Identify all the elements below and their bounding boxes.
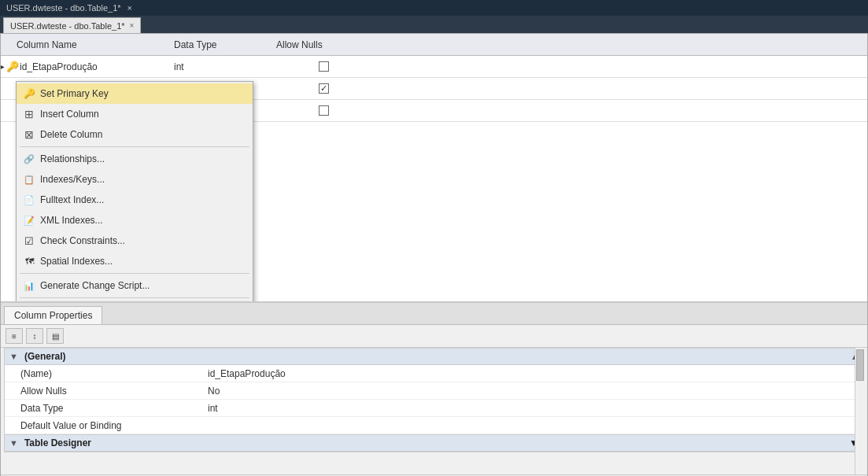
toolbar-btn-2[interactable]: ↕ [26,328,43,344]
scrollbar-thumb[interactable] [856,349,864,381]
menu-separator-3 [20,297,249,298]
cell-data-type[interactable]: int [174,61,276,72]
row-indicator: ▶ 🔑 [1,61,17,72]
toolbar-btn-3[interactable]: ▤ [46,328,64,344]
menu-item-delete-column[interactable]: ⊠ Delete Column [17,124,253,145]
prop-value-allow-nulls: No [201,386,863,397]
menu-separator-2 [20,273,249,274]
col-header-name: Column Name [17,39,174,50]
cell-column-name[interactable]: id_EtapaProduç​ão [17,61,174,72]
insert-col-icon: ⊞ [23,108,35,120]
prop-row-data-type: Data Type int [5,400,863,417]
column-headers: Column Name Data Type Allow Nulls [1,34,867,56]
prop-row-allow-nulls: Allow Nulls No [5,382,863,400]
menu-label-relationships: Relationships... [40,153,105,164]
menu-item-set-primary-key[interactable]: 🔑 Set Primary Key [17,83,253,104]
cell-allow-null[interactable] [276,61,371,72]
menu-label-check: Check Constraints... [40,235,125,246]
prop-label-name: (Name) [5,368,201,379]
menu-item-generate-change[interactable]: 📊 Generate Change Script... [17,275,253,296]
menu-label-xml: XML Indexes... [40,215,103,226]
prop-label-default-value: Default Value or Binding [5,420,201,431]
title-text: USER.dwteste - dbo.Table_1* [6,3,121,13]
spatial-icon: 🗺 [23,255,35,268]
menu-label-delete-column: Delete Column [40,129,102,140]
xml-icon: 📝 [23,214,35,227]
main-area: Column Name Data Type Allow Nulls ▶ 🔑 id… [0,33,868,476]
menu-item-indexes-keys[interactable]: 📋 Indexes/Keys... [17,169,253,190]
menu-item-xml-indexes[interactable]: 📝 XML Indexes... [17,210,253,231]
prop-label-data-type: Data Type [5,403,201,414]
indexes-icon: 📋 [23,173,35,186]
menu-label-fulltext: Fulltext Index... [40,194,104,205]
prop-row-name: (Name) id_EtapaProduç​ão [5,365,863,382]
general-collapse-icon[interactable]: ▼ [9,352,18,361]
tab-bar: USER.dwteste - dbo.Table_1* × [0,16,868,33]
prop-value-data-type: int [201,403,863,414]
arrow-icon: ▶ [1,62,5,71]
props-toolbar: ≡ ↕ ▤ [1,325,867,348]
designer-tab[interactable]: USER.dwteste - dbo.Table_1* × [3,17,141,33]
menu-item-spatial-indexes[interactable]: 🗺 Spatial Indexes... [17,251,253,271]
menu-item-check-constraints[interactable]: ☑ Check Constraints... [17,231,253,251]
prop-label-allow-nulls: Allow Nulls [5,386,201,397]
general-section-label: (General) [24,351,66,362]
menu-label-insert-column: Insert Column [40,109,99,120]
menu-label-generate: Generate Change Script... [40,280,150,291]
prop-value-name: id_EtapaProduç​ão [201,368,863,379]
col-header-null: Allow Nulls [276,39,371,50]
props-tab-bar: Column Properties [1,303,867,325]
key-menu-icon: 🔑 [23,87,35,100]
menu-separator-1 [20,146,249,147]
null-checkbox-3[interactable] [319,105,329,116]
check-icon: ☑ [23,234,35,247]
context-menu: 🔑 Set Primary Key ⊞ Insert Column ⊠ Dele… [16,81,253,301]
null-checkbox[interactable] [319,61,329,72]
null-checkbox-2[interactable] [319,83,329,94]
general-section-header: ▼ (General) ▲ [5,349,863,365]
prop-row-default-value: Default Value or Binding [5,417,863,434]
table-designer-collapse-icon[interactable]: ▼ [9,438,18,448]
bottom-panel: Column Properties ≡ ↕ ▤ ▼ (General) ▲ [1,301,867,476]
scrollbar-track[interactable] [855,348,864,474]
table-designer-section-label: Table Designer [24,437,91,448]
menu-label-indexes: Indexes/Keys... [40,174,105,185]
cell-allow-null-2[interactable] [276,83,371,94]
menu-label-set-primary-key: Set Primary Key [40,88,109,99]
table-designer: Column Name Data Type Allow Nulls ▶ 🔑 id… [1,34,867,301]
delete-col-icon: ⊠ [23,128,35,141]
props-outer: ▼ (General) ▲ (Name) id_EtapaProduç​ão A… [1,348,867,474]
menu-item-relationships[interactable]: 🔗 Relationships... [17,149,253,169]
cell-allow-null-3[interactable] [276,105,371,116]
fulltext-icon: 📄 [23,194,35,206]
col-header-type: Data Type [174,39,276,50]
menu-item-insert-column[interactable]: ⊞ Insert Column [17,104,253,124]
toolbar-btn-1[interactable]: ≡ [6,328,23,344]
tab-label: USER.dwteste - dbo.Table_1* [10,21,125,31]
menu-label-spatial: Spatial Indexes... [40,256,113,267]
menu-item-fulltext-index[interactable]: 📄 Fulltext Index... [17,190,253,210]
table-row[interactable]: ▶ 🔑 id_EtapaProduç​ão int [1,56,867,78]
title-close[interactable]: × [127,3,132,13]
column-properties-tab[interactable]: Column Properties [4,306,102,324]
title-bar: USER.dwteste - dbo.Table_1* × [0,0,868,16]
tab-close-icon[interactable]: × [130,21,135,30]
table-designer-section-header: ▼ Table Designer ▼ [5,434,863,452]
props-content: ▼ (General) ▲ (Name) id_EtapaProduç​ão A… [4,348,864,452]
generate-icon: 📊 [23,279,35,292]
relationships-icon: 🔗 [23,153,35,165]
menu-item-properties[interactable]: ⚙ Properties Alt+Enter [17,300,253,301]
